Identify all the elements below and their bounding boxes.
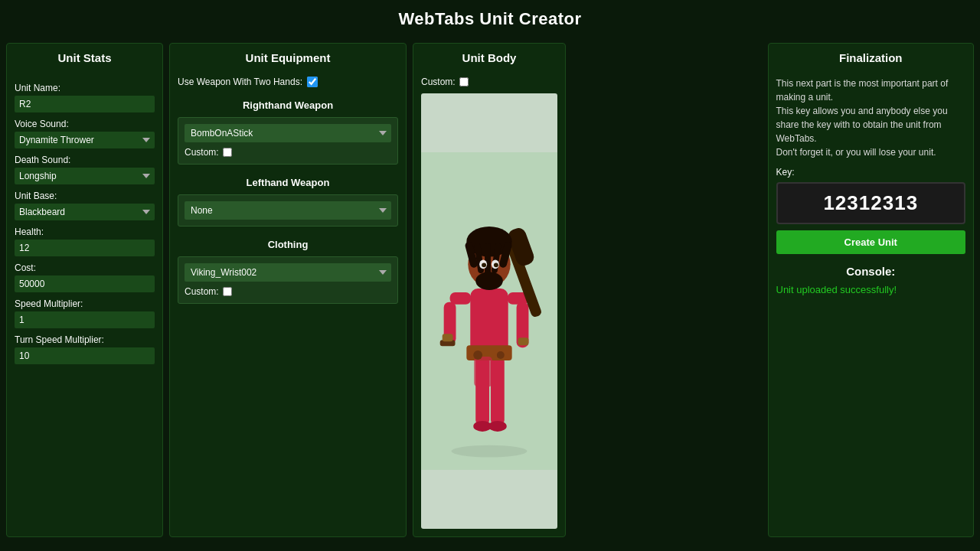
key-display: 12312313 <box>776 182 966 224</box>
svg-point-23 <box>475 272 503 290</box>
svg-point-28 <box>473 350 482 360</box>
main-layout: Unit Stats Unit Name: Voice Sound: Dynam… <box>0 37 980 543</box>
unit-base-label: Unit Base: <box>15 191 155 201</box>
unit-body-custom-row: Custom: <box>421 77 557 87</box>
clothing-custom-checkbox[interactable] <box>223 287 232 296</box>
svg-rect-3 <box>491 357 505 425</box>
health-input[interactable] <box>15 240 155 256</box>
key-label: Key: <box>776 167 966 178</box>
unit-name-label: Unit Name: <box>15 83 155 93</box>
turn-speed-multiplier-label: Turn Speed Multiplier: <box>15 334 155 345</box>
health-label: Health: <box>15 227 155 237</box>
finalization-title: Finalization <box>776 51 966 69</box>
svg-rect-31 <box>443 334 453 341</box>
unit-name-input[interactable] <box>15 96 155 112</box>
unit-body-custom-checkbox[interactable] <box>459 77 469 86</box>
voice-sound-select[interactable]: Dynamite Thrower <box>15 132 155 148</box>
unit-base-select[interactable]: Blackbeard <box>15 204 155 220</box>
cost-label: Cost: <box>15 262 155 273</box>
two-hands-checkbox[interactable] <box>307 77 318 87</box>
unit-body-panel: Unit Body Custom: <box>413 43 566 537</box>
voice-sound-label: Voice Sound: <box>15 119 155 129</box>
righthand-custom-checkbox[interactable] <box>223 148 232 157</box>
righthand-title: Righthand Weapon <box>178 99 398 111</box>
svg-rect-9 <box>450 292 472 305</box>
death-sound-select[interactable]: Longship <box>15 168 155 184</box>
console-output: Unit uploaded successfully! <box>776 284 966 295</box>
svg-point-29 <box>497 351 505 359</box>
unit-stats-title: Unit Stats <box>15 51 155 69</box>
svg-point-27 <box>494 262 498 267</box>
two-hands-label: Use Weapon With Two Hands: <box>178 77 302 87</box>
svg-rect-32 <box>518 337 529 345</box>
turn-speed-multiplier-input[interactable] <box>15 347 155 364</box>
character-svg <box>421 152 557 470</box>
app-title: WebTabs Unit Creator <box>0 0 980 37</box>
svg-rect-8 <box>474 357 492 387</box>
console-title: Console: <box>776 265 966 278</box>
svg-point-1 <box>452 445 528 458</box>
lefthand-weapon-select[interactable]: None <box>185 201 391 220</box>
lefthand-weapon-box: None <box>178 194 398 227</box>
clothing-weapon-box: Viking_Wrist002 Custom: <box>178 256 398 304</box>
two-hands-row: Use Weapon With Two Hands: <box>178 77 398 87</box>
create-unit-button[interactable]: Create Unit <box>776 230 966 254</box>
unit-body-custom-label: Custom: <box>421 77 456 87</box>
clothing-select[interactable]: Viking_Wrist002 <box>185 263 391 282</box>
finalization-panel: Finalization This next part is the most … <box>768 43 975 537</box>
speed-multiplier-input[interactable] <box>15 311 155 328</box>
unit-equipment-panel: Unit Equipment Use Weapon With Two Hands… <box>169 43 407 537</box>
death-sound-label: Death Sound: <box>15 155 155 165</box>
clothing-title: Clothing <box>178 239 398 250</box>
unit-body-image <box>421 93 557 529</box>
middle-spacer <box>572 43 762 537</box>
righthand-custom-row: Custom: <box>185 147 391 158</box>
svg-point-26 <box>482 262 486 267</box>
clothing-custom-label: Custom: <box>185 286 219 297</box>
lefthand-title: Lefthand Weapon <box>178 177 398 188</box>
righthand-weapon-select[interactable]: BombOnAStick <box>185 124 391 142</box>
speed-multiplier-label: Speed Multiplier: <box>15 298 155 309</box>
righthand-custom-label: Custom: <box>185 147 219 158</box>
unit-equipment-title: Unit Equipment <box>178 51 398 69</box>
svg-point-5 <box>488 421 507 432</box>
unit-body-title: Unit Body <box>421 51 557 69</box>
finalization-description: This next part is the most important par… <box>776 77 966 159</box>
cost-input[interactable] <box>15 276 155 292</box>
clothing-custom-row: Custom: <box>185 286 391 297</box>
unit-stats-panel: Unit Stats Unit Name: Voice Sound: Dynam… <box>6 43 163 537</box>
righthand-weapon-box: BombOnAStick Custom: <box>178 117 398 165</box>
